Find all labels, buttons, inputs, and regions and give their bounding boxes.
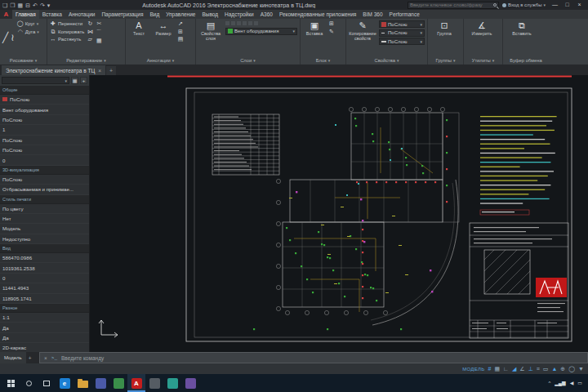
palette-row[interactable]: Да — [0, 323, 89, 332]
panel-label-clipboard[interactable]: Буфер обмена — [503, 56, 549, 65]
palette-row[interactable]: Отбрасываемая и принимае... — [0, 185, 89, 194]
taskbar-file-explorer[interactable] — [74, 374, 91, 392]
group-button[interactable]: ⊡Группа — [430, 20, 458, 36]
plot-icon[interactable]: ⊟ — [25, 2, 30, 8]
file-tab[interactable]: Электроснабжение кинотеатра в ТЦ × — [2, 65, 105, 75]
taskbar-search-button[interactable] — [20, 374, 38, 392]
ribbon-tab-3[interactable]: Параметризация — [98, 10, 146, 19]
ribbon-tab-0[interactable]: Главная — [12, 10, 39, 19]
palette-row[interactable]: 1 — [0, 125, 89, 135]
annotation-scale-icon[interactable]: ▲ — [551, 366, 557, 372]
close-command-icon[interactable]: × — [44, 355, 47, 361]
palette-section-header[interactable]: Общие — [0, 86, 89, 95]
move-button[interactable]: ✚Перенести — [50, 20, 84, 27]
layer-prev-icon[interactable] — [254, 21, 258, 25]
snap-icon[interactable]: ▦ — [494, 366, 500, 372]
fillet-button[interactable]: ⌒ — [96, 29, 102, 37]
panel-label-properties[interactable]: Свойства▾ — [346, 56, 427, 65]
palette-row[interactable]: ПоСлою — [0, 115, 89, 125]
ribbon-tab-2[interactable]: Аннотации — [65, 10, 99, 19]
mirror-button[interactable]: ⋈ — [87, 29, 93, 35]
dimension-button[interactable]: ↔Размер — [152, 20, 175, 36]
palette-row[interactable]: По цвету — [0, 204, 89, 214]
palette-row[interactable]: 118905.1741 — [0, 294, 89, 304]
layer-isolate-icon[interactable] — [231, 21, 235, 25]
polyline-icon[interactable]: ≀ — [11, 32, 15, 43]
transparency-icon[interactable]: ▭ — [543, 366, 549, 372]
help-search-input[interactable] — [410, 2, 492, 7]
stretch-button[interactable]: ↔Растянуть — [50, 36, 84, 42]
object-color-dropdown[interactable]: ПоСлою▾ — [379, 20, 425, 28]
linetype-dropdown[interactable]: ПоСлою▾ — [379, 29, 425, 37]
palette-row[interactable]: Да — [0, 333, 89, 343]
palette-row[interactable]: Нет — [0, 214, 89, 224]
palette-row[interactable]: Вент оборудования — [0, 105, 89, 114]
panel-label-layers[interactable]: Слои▾ — [196, 56, 300, 65]
quick-select-button[interactable]: ▦ — [71, 77, 78, 84]
polar-icon[interactable]: ◢ — [512, 366, 516, 372]
paste-button[interactable]: ⧉Вставить — [506, 20, 538, 36]
table-button[interactable]: ⊞ — [177, 29, 184, 35]
expand-icon[interactable]: ▼ — [578, 366, 584, 372]
ribbon-tab-10[interactable]: BIM 360 — [359, 10, 385, 19]
object-type-dropdown[interactable]: ▾ — [2, 77, 69, 84]
palette-row[interactable]: 0 — [0, 155, 89, 165]
palette-row[interactable]: 0 — [0, 274, 89, 283]
network-icon[interactable]: ▂▄▆ — [555, 381, 565, 385]
taskbar-edge-browser[interactable]: e — [56, 374, 74, 392]
command-line[interactable]: × >_ Введите команду — [39, 352, 588, 363]
drawing-area[interactable] — [90, 75, 588, 352]
isodraft-icon[interactable]: ∠ — [519, 366, 524, 372]
lineweight-dropdown[interactable]: ПоСлою▾ — [379, 38, 425, 45]
ribbon-tab-5[interactable]: Управление — [163, 10, 198, 19]
ribbon-tab-6[interactable]: Вывод — [198, 10, 221, 19]
palette-section-header[interactable]: 3D-визуализация — [0, 166, 89, 175]
palette-row[interactable]: 586470.0986 — [0, 253, 89, 263]
maximize-button[interactable]: □ — [561, 0, 573, 10]
ribbon-tab-7[interactable]: Надстройки — [221, 10, 257, 19]
palette-row[interactable]: ПоСлою — [0, 145, 89, 155]
palette-row[interactable]: 1:1 — [0, 313, 89, 323]
osnap-icon[interactable]: ⊥ — [528, 366, 533, 372]
ribbon-tab-4[interactable]: Вид — [147, 10, 163, 19]
text-button[interactable]: AТекст — [128, 20, 149, 36]
ribbon-tab-8[interactable]: A360 — [257, 10, 276, 19]
trim-button[interactable]: ✂ — [96, 20, 102, 27]
qat-dropdown-icon[interactable]: ▾ — [47, 2, 51, 8]
edit-block-button[interactable]: ✎ — [328, 29, 335, 35]
close-button[interactable]: × — [573, 0, 586, 10]
hatch-button[interactable]: ▤ — [177, 36, 184, 42]
layer-match-icon[interactable] — [248, 21, 252, 25]
signin-button[interactable]: Вход в службы ▾ — [502, 2, 546, 7]
model-tab[interactable]: Модель — [0, 352, 26, 363]
array-button[interactable]: ▦ — [96, 38, 102, 44]
chevron-up-icon[interactable]: ^ — [548, 381, 550, 385]
new-icon[interactable]: ❏ — [2, 2, 7, 8]
arc-button[interactable]: ◠Дуга▾ — [17, 29, 39, 35]
search-icon[interactable] — [493, 3, 497, 7]
leader-button[interactable]: ↗ — [177, 20, 184, 27]
save-icon[interactable]: ▦ — [18, 2, 24, 8]
copy-button[interactable]: ⧉Копировать — [50, 29, 84, 35]
task-view-button[interactable] — [38, 374, 56, 392]
panel-label-modify[interactable]: Редактирование▾ — [47, 56, 125, 65]
ribbon-tab-11[interactable]: Performance — [386, 10, 423, 19]
taskbar-app-blue[interactable] — [91, 374, 109, 392]
measure-button[interactable]: ∡Измерить — [466, 20, 497, 36]
panel-label-utilities[interactable]: Утилиты▾ — [464, 56, 502, 65]
palette-row[interactable]: ПоСлою — [0, 95, 89, 105]
start-button[interactable] — [2, 374, 20, 392]
workspace-icon[interactable]: ⊕ — [560, 366, 565, 372]
rotate-button[interactable]: ↻ — [87, 20, 93, 27]
notifications-icon[interactable]: ▭ — [577, 381, 582, 385]
open-icon[interactable]: ❐ — [10, 2, 15, 8]
taskbar-autocad[interactable]: A — [127, 374, 145, 392]
palette-section-header[interactable]: Вид — [0, 244, 89, 253]
taskbar-app-purple[interactable] — [181, 374, 199, 392]
taskbar-app-grey[interactable] — [145, 374, 163, 392]
layer-lock-icon[interactable] — [243, 21, 247, 25]
insert-block-button[interactable]: ▣Вставка — [303, 20, 326, 36]
new-layout-button[interactable]: + — [26, 352, 34, 363]
layer-dropdown[interactable]: Вент оборудования ▾ — [225, 28, 297, 35]
redo-icon[interactable]: ↷ — [40, 2, 45, 8]
